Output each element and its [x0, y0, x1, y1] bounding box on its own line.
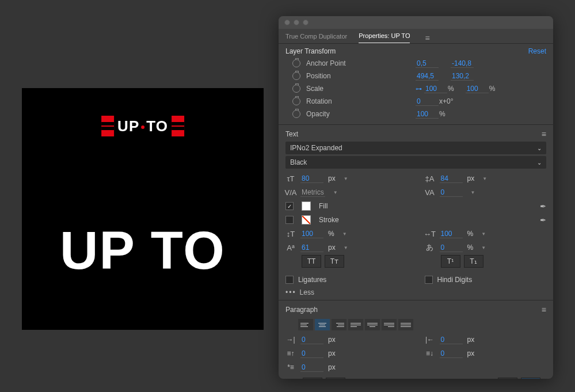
caret-down-icon[interactable]: ▼ — [471, 190, 475, 195]
font-size-icon: τT — [285, 173, 296, 184]
tsume-value[interactable]: 0 — [440, 243, 463, 252]
caret-down-icon[interactable]: ▼ — [482, 176, 487, 181]
tracking-icon: VA — [425, 187, 435, 197]
composer-every-button[interactable]: ▣ — [521, 378, 540, 379]
opacity-label: Opacity — [306, 110, 416, 118]
caret-down-icon[interactable]: ▼ — [333, 190, 338, 195]
justify-all-button[interactable] — [398, 319, 413, 330]
traffic-minimize[interactable] — [294, 20, 299, 25]
vscale-value[interactable]: 100 — [300, 230, 323, 238]
eyedropper-icon[interactable]: ✒ — [540, 202, 546, 211]
indent-left-value[interactable]: 0 — [300, 336, 323, 344]
rotation-deg: x+0° — [439, 97, 453, 105]
stopwatch-icon[interactable] — [292, 72, 300, 80]
indent-right-icon: |← — [425, 336, 435, 344]
transform-title: Layer Transform — [285, 47, 336, 55]
hindi-digits-checkbox[interactable] — [425, 276, 433, 284]
space-after-value[interactable]: 0 — [440, 349, 463, 358]
font-size-value[interactable]: 80 — [300, 174, 323, 183]
stopwatch-icon[interactable] — [292, 110, 300, 118]
preview-canvas: UPTO UP TO — [22, 88, 264, 330]
caret-down-icon[interactable]: ▼ — [344, 245, 348, 250]
ligatures-checkbox[interactable] — [285, 276, 294, 284]
subscript-button[interactable]: T₁ — [464, 255, 483, 268]
logo-text-small: UPTO — [117, 117, 168, 135]
constrain-link-icon[interactable]: ⊶ — [416, 85, 422, 93]
section-layer-transform: Layer Transform Reset Anchor Point 0,5 -… — [279, 43, 553, 124]
stopwatch-icon[interactable] — [292, 85, 300, 93]
section-menu-icon[interactable]: ≡ — [542, 305, 546, 314]
kerning-icon: V/A — [285, 187, 296, 197]
indent-right-value[interactable]: 0 — [440, 336, 463, 344]
caret-down-icon[interactable]: ▼ — [481, 245, 486, 250]
fill-swatch[interactable] — [302, 201, 311, 211]
leading-icon: ‡A — [425, 173, 435, 184]
section-paragraph: Paragraph ≡ →| 0px |← 0px ≡↑ 0px — [279, 300, 553, 379]
paragraph-align-group — [298, 319, 546, 330]
position-x[interactable]: 494,5 — [416, 72, 439, 81]
stopwatch-icon[interactable] — [292, 59, 300, 67]
tsume-icon: あ — [425, 242, 435, 253]
hscale-value[interactable]: 100 — [440, 230, 463, 238]
scale-x[interactable]: 100 — [424, 85, 447, 93]
first-line-indent-value[interactable]: 0 — [300, 363, 323, 372]
text-less-toggle[interactable]: ••• Less — [285, 288, 546, 296]
vertical-scale-icon: ↕T — [285, 229, 296, 239]
caret-down-icon[interactable]: ▼ — [342, 231, 347, 237]
chevron-down-icon: ⌄ — [537, 145, 542, 151]
align-left-button[interactable] — [298, 319, 313, 330]
rotation-turns[interactable]: 0 — [416, 97, 439, 106]
traffic-zoom[interactable] — [303, 20, 309, 25]
paragraph-title: Paragraph — [285, 306, 318, 314]
composer-single-button[interactable]: ▭ — [498, 378, 517, 379]
logo-block — [101, 116, 114, 136]
text-direction-ltr-button[interactable]: ▶¶ — [303, 378, 322, 379]
position-y[interactable]: 130,2 — [451, 72, 474, 81]
reset-button[interactable]: Reset — [528, 47, 546, 55]
traffic-close[interactable] — [284, 20, 290, 25]
all-caps-button[interactable]: TT — [302, 255, 321, 268]
section-text: Text ≡ IPNo2 Expanded ⌄ Black ⌄ τT 80px▼… — [279, 124, 553, 300]
stroke-swatch[interactable] — [302, 215, 311, 224]
space-before-value[interactable]: 0 — [300, 349, 323, 358]
leading-value[interactable]: 84 — [440, 174, 463, 183]
caret-down-icon[interactable]: ▼ — [481, 231, 486, 237]
text-direction-rtl-button[interactable]: ¶◀ — [326, 378, 345, 379]
rotation-label: Rotation — [306, 97, 416, 105]
dots-icon: ••• — [285, 288, 296, 296]
small-caps-button[interactable]: Tᴛ — [325, 255, 344, 268]
first-line-indent-icon: *≡ — [285, 363, 296, 371]
tab-true-comp-duplicator[interactable]: True Comp Duplicator — [285, 33, 347, 43]
align-center-button[interactable] — [315, 319, 330, 330]
chevron-down-icon: ⌄ — [537, 159, 542, 166]
tracking-value[interactable]: 0 — [440, 188, 463, 197]
stroke-label: Stroke — [319, 216, 339, 224]
eyedropper-icon[interactable]: ✒ — [540, 216, 546, 224]
justify-last-right-button[interactable] — [382, 319, 397, 330]
position-label: Position — [306, 72, 416, 80]
fill-checkbox[interactable]: ✓ — [285, 202, 294, 210]
font-family-dropdown[interactable]: IPNo2 Expanded ⌄ — [285, 142, 546, 154]
indent-left-icon: →| — [285, 336, 296, 344]
panel-menu-icon[interactable]: ≡ — [425, 33, 429, 43]
tab-properties[interactable]: Properties: UP TO — [359, 32, 410, 43]
stroke-checkbox[interactable] — [285, 216, 294, 224]
caret-down-icon[interactable]: ▼ — [344, 176, 348, 181]
hindi-digits-label: Hindi Digits — [437, 276, 473, 284]
align-right-button[interactable] — [332, 319, 346, 330]
anchor-y[interactable]: -140,8 — [451, 59, 474, 68]
anchor-x[interactable]: 0,5 — [416, 59, 439, 68]
space-before-icon: ≡↑ — [285, 349, 296, 357]
kerning-value[interactable]: Metrics — [300, 188, 325, 197]
section-menu-icon[interactable]: ≡ — [542, 130, 546, 139]
font-weight-dropdown[interactable]: Black ⌄ — [285, 156, 546, 169]
baseline-value[interactable]: 61 — [300, 243, 323, 252]
fill-label: Fill — [319, 202, 328, 210]
superscript-button[interactable]: T¹ — [441, 255, 460, 268]
space-after-icon: ≡↓ — [425, 349, 435, 357]
stopwatch-icon[interactable] — [292, 97, 300, 105]
scale-y[interactable]: 100 — [466, 85, 489, 93]
opacity-value[interactable]: 100 — [416, 110, 439, 119]
justify-last-center-button[interactable] — [365, 319, 380, 330]
justify-last-left-button[interactable] — [348, 319, 363, 330]
